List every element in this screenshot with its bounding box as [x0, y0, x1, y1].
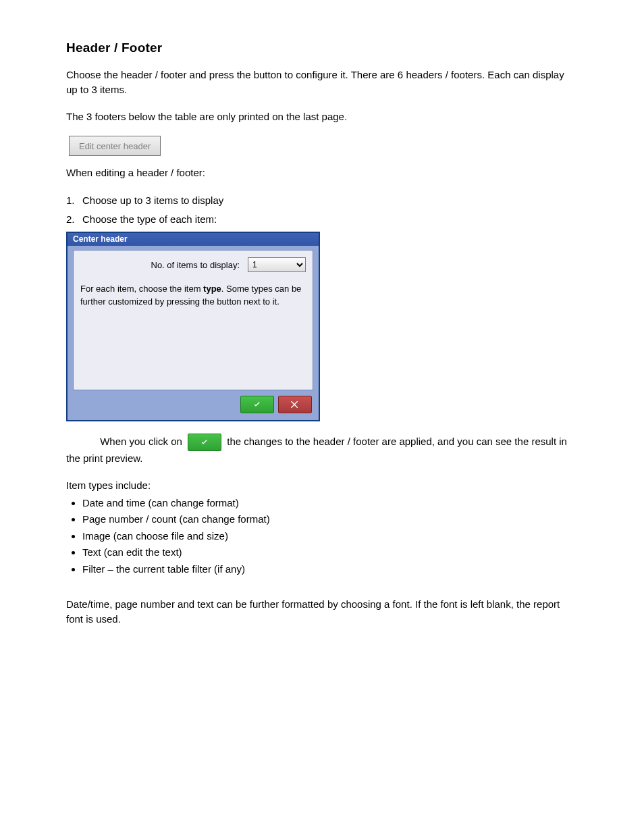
dialog-explain: For each item, choose the item type. Som… — [80, 283, 306, 309]
types-intro: Item types include: — [66, 478, 578, 493]
step-2-number: 2. — [66, 211, 82, 228]
list-item: Date and time (can change format) — [82, 496, 578, 511]
section-title: Header / Footer — [66, 41, 578, 55]
edit-instruction: When editing a header / footer: — [66, 165, 578, 180]
ok-button[interactable] — [240, 396, 274, 413]
item-types-list: Date and time (can change format) Page n… — [66, 496, 578, 577]
items-count-select[interactable]: 1 — [248, 257, 306, 272]
step-2: 2.Choose the type of each item: — [66, 211, 578, 228]
ok-button-inline[interactable] — [188, 434, 221, 451]
check-icon — [252, 399, 263, 410]
intro-paragraph-2: The 3 footers below the table are only p… — [66, 109, 578, 124]
confirm-paragraph: When you click on the changes to the hea… — [66, 434, 578, 466]
list-item: Page number / count (can change format) — [82, 512, 578, 527]
close-icon — [290, 399, 300, 410]
dialog-footer — [73, 390, 313, 415]
dialog-body: No. of items to display: 1 For each item… — [73, 250, 313, 390]
cancel-button[interactable] — [278, 396, 312, 413]
list-item: Image (can choose file and size) — [82, 529, 578, 544]
step-1-number: 1. — [66, 192, 82, 209]
dialog-titlebar: Center header — [68, 233, 319, 246]
check-icon — [199, 437, 210, 448]
intro-paragraph-1: Choose the header / footer and press the… — [66, 68, 578, 97]
edit-center-header-button[interactable]: Edit center header — [69, 136, 161, 156]
step-1-text: Choose up to 3 items to display — [82, 194, 223, 206]
items-count-label: No. of items to display: — [80, 260, 242, 270]
center-header-dialog: Center header No. of items to display: 1… — [66, 232, 320, 421]
step-1: 1.Choose up to 3 items to display — [66, 192, 578, 209]
final-paragraph: Date/time, page number and text can be f… — [66, 597, 578, 627]
step-2-text: Choose the type of each item: — [82, 213, 217, 225]
list-item: Text (can edit the text) — [82, 545, 578, 561]
list-item: Filter – the current table filter (if an… — [82, 562, 578, 577]
